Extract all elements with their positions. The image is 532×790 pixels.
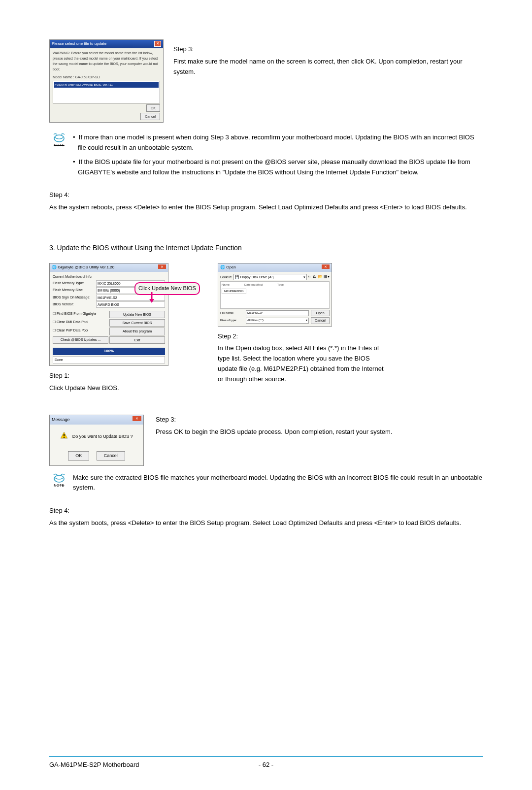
note-icon: NOTE <box>49 473 69 497</box>
vendor-label: BIOS Vendor: <box>53 301 96 308</box>
step3b-heading: Step 3: <box>156 415 483 425</box>
warning-icon <box>60 431 68 441</box>
cancel-button[interactable]: Cancel <box>311 317 330 324</box>
close-icon[interactable]: ✕ <box>133 416 141 421</box>
opt-clear-pnp[interactable]: ☐ Clear PnP Data Pool <box>53 328 108 335</box>
bios-utility-window: 🌐 Gigabyte @BIOS Utility Ver.1.20 ✕ Curr… <box>49 263 168 365</box>
open-dialog: 🌐 Open ✕ Look in: 💾 Floppy Disk Drive (A… <box>218 263 332 326</box>
col-type: Type <box>277 283 284 288</box>
dialog-titlebar: Please select one file to update ✕ <box>50 40 163 48</box>
filename-label: File name: <box>220 311 244 316</box>
open-dialog-title: 🌐 Open <box>220 264 236 271</box>
progress-bar: 100% <box>53 348 165 355</box>
opt-clear-dmi[interactable]: ☐ Clear DMI Data Pool <box>53 319 108 327</box>
filename-field[interactable]: M61PME2P <box>246 310 309 316</box>
step3-heading: Step 3: <box>173 44 483 55</box>
file-item[interactable]: M61PME2P.F1 <box>222 289 246 295</box>
callout-bubble: Click Update New BIOS <box>134 282 200 295</box>
svg-rect-5 <box>64 437 65 438</box>
footer-product: GA-M61PME-S2P Motherboard <box>49 760 241 770</box>
dialog-title: Please select one file to update <box>52 41 106 47</box>
list-item[interactable]: nVIDIA nForce4 SLI, AWARD BIOS, Ver.F11 <box>54 82 159 88</box>
dialog-warning-text: WARNING: Before you select the model nam… <box>53 50 160 72</box>
about-program-button[interactable]: About this program <box>109 328 165 335</box>
bios-util-title: 🌐 Gigabyte @BIOS Utility Ver.1.20 <box>52 264 114 271</box>
svg-marker-2 <box>149 299 154 303</box>
step4b-heading: Step 4: <box>49 506 483 516</box>
step4b-text: As the system boots, press <Delete> to e… <box>49 518 483 528</box>
opt-find-bios[interactable]: ☐ Find BIOS From Gigabyte <box>53 311 108 318</box>
model-listbox[interactable]: nVIDIA nForce4 SLI, AWARD BIOS, Ver.F11 <box>53 81 160 103</box>
message-text: Do you want to Update BIOS ? <box>72 433 133 438</box>
step3-text: First make sure the model name on the sc… <box>173 57 483 77</box>
group-label: Current Motherboard Info. <box>53 274 165 279</box>
open-button[interactable]: Open <box>311 310 330 316</box>
save-current-bios-button[interactable]: Save Current BIOS <box>109 319 165 327</box>
update-new-bios-button[interactable]: Update New BIOS <box>109 311 165 318</box>
note-bullet-1: • If more than one model is present when… <box>73 132 483 153</box>
footer-page-number: - 62 - <box>241 760 291 770</box>
lookin-combo[interactable]: 💾 Floppy Disk Drive (A:)▾ <box>233 274 307 280</box>
note-icon: NOTE <box>49 132 69 181</box>
flash-type-label: Flash Memory Type: <box>53 280 96 287</box>
note2-text: Make sure the extracted BIOS file matche… <box>73 473 483 494</box>
note-label: NOTE <box>54 143 64 147</box>
exit-button[interactable]: Exit <box>109 336 165 344</box>
page-footer: GA-M61PME-S2P Motherboard - 62 - <box>49 756 483 770</box>
col-name: Name <box>222 283 230 288</box>
select-file-dialog: Please select one file to update ✕ WARNI… <box>49 39 164 123</box>
filetype-combo[interactable]: All Files (*.*)▾ <box>246 318 309 324</box>
step2-text: In the Open dialog box, select All Files… <box>218 343 385 384</box>
message-dialog: Message ✕ Do you want to Update BIOS ? O… <box>49 415 144 465</box>
cancel-button[interactable]: Cancel <box>97 451 125 460</box>
status-text: Done <box>53 356 165 363</box>
ok-button[interactable]: OK <box>68 451 89 460</box>
note-label: NOTE <box>54 484 64 487</box>
model-name-label: Model Name : GA-X58X3P-SLI <box>53 74 160 80</box>
step1-text: Click Update New BIOS. <box>49 383 168 394</box>
close-icon[interactable]: ✕ <box>158 264 166 269</box>
svg-point-6 <box>54 475 64 482</box>
arrow-icon <box>148 292 155 303</box>
ok-button[interactable]: OK <box>146 104 160 112</box>
lookin-label: Look in: <box>220 274 233 280</box>
filetype-label: Files of type: <box>220 318 244 323</box>
note-bullet-2: • If the BIOS update file for your mothe… <box>73 157 483 178</box>
step3b-text: Press OK to begin the BIOS update proces… <box>156 427 483 437</box>
step4-heading: Step 4: <box>49 190 483 200</box>
flash-size-label: Flash Memory Size: <box>53 287 96 294</box>
file-list[interactable]: Name Date modified Type M61PME2P.F1 <box>220 281 330 309</box>
opt-check-updates[interactable]: Check @BIOS Updates ... <box>53 336 108 344</box>
sign-on-label: BIOS Sign On Message: <box>53 295 96 301</box>
col-date: Date modified <box>244 283 263 288</box>
step4-text: As the system reboots, press <Delete> to… <box>49 202 483 213</box>
svg-rect-4 <box>64 434 65 436</box>
svg-point-0 <box>54 135 64 142</box>
cancel-button[interactable]: Cancel <box>140 113 160 120</box>
close-icon[interactable]: ✕ <box>322 264 330 269</box>
step1-heading: Step 1: <box>49 371 168 381</box>
close-icon[interactable]: ✕ <box>154 41 161 47</box>
section-heading: 3. Update the BIOS without Using the Int… <box>49 242 483 253</box>
message-title: Message <box>52 416 70 423</box>
step2-heading: Step 2: <box>218 331 385 342</box>
nav-icons[interactable]: ⇐ 🗀 📂 ▦▾ <box>308 274 330 280</box>
